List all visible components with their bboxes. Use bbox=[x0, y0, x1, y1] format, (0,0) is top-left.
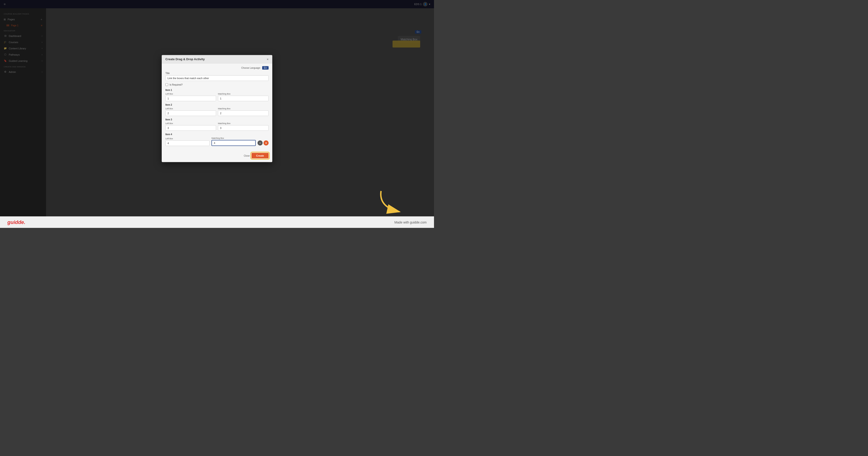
item4-left-label: Left Box bbox=[165, 138, 210, 140]
title-label: Title bbox=[165, 72, 269, 75]
title-input[interactable] bbox=[165, 76, 269, 81]
item3-left-col: Left Box bbox=[165, 122, 216, 131]
create-drag-drop-modal: Create Drag & Drop Activity × Choose Lan… bbox=[162, 55, 272, 162]
item2-left-label: Left Box bbox=[165, 108, 216, 110]
item3-label: Item 3 bbox=[165, 118, 269, 121]
language-badge[interactable]: En bbox=[262, 66, 269, 70]
close-button[interactable]: Close bbox=[244, 154, 250, 157]
required-row: Is Required? bbox=[165, 83, 269, 86]
item2-left-col: Left Box bbox=[165, 108, 216, 116]
item2-label: Item 2 bbox=[165, 104, 269, 106]
item4-right-col: Matching Box bbox=[212, 137, 256, 146]
title-field-group: Title bbox=[165, 72, 269, 81]
modal-title: Create Drag & Drop Activity bbox=[165, 57, 205, 61]
remove-item-button[interactable]: − bbox=[257, 140, 262, 146]
item3-right-col: Matching Box bbox=[218, 122, 269, 131]
item3-right-label: Matching Box bbox=[218, 122, 269, 124]
item4-section: Item 4 Left Box Matching Box − + bbox=[165, 133, 269, 146]
item2-section: Item 2 Left Box Matching Box bbox=[165, 104, 269, 116]
item3-right-input[interactable] bbox=[218, 125, 269, 131]
item1-right-col: Matching Box bbox=[218, 93, 269, 101]
add-item-button[interactable]: + bbox=[264, 140, 269, 146]
create-button[interactable]: Create bbox=[252, 153, 269, 159]
item4-right-input[interactable] bbox=[212, 140, 256, 146]
guidde-logo: guidde. bbox=[7, 219, 25, 225]
item1-row: Left Box Matching Box bbox=[165, 93, 269, 101]
item4-left-input[interactable] bbox=[165, 140, 210, 146]
item1-left-input[interactable] bbox=[165, 96, 216, 101]
item2-left-input[interactable] bbox=[165, 111, 216, 116]
item3-left-input[interactable] bbox=[165, 125, 216, 131]
item2-right-input[interactable] bbox=[218, 111, 269, 116]
modal-footer: Close Create bbox=[162, 151, 272, 159]
item4-right-label: Matching Box bbox=[212, 137, 256, 139]
item3-row: Left Box Matching Box bbox=[165, 122, 269, 131]
item1-left-col: Left Box bbox=[165, 93, 216, 101]
item2-row: Left Box Matching Box bbox=[165, 108, 269, 116]
item-controls: − + bbox=[257, 140, 269, 146]
item1-section: Item 1 Left Box Matching Box bbox=[165, 89, 269, 101]
close-icon[interactable]: × bbox=[267, 57, 269, 61]
bottom-bar: guidde. Made with guidde.com bbox=[0, 216, 434, 228]
item1-left-label: Left Box bbox=[165, 93, 216, 95]
item3-section: Item 3 Left Box Matching Box bbox=[165, 118, 269, 131]
item1-label: Item 1 bbox=[165, 89, 269, 91]
item4-label: Item 4 bbox=[165, 133, 269, 136]
item1-right-input[interactable] bbox=[218, 96, 269, 101]
modal-header: Create Drag & Drop Activity × bbox=[162, 55, 272, 63]
required-checkbox[interactable] bbox=[165, 83, 168, 86]
required-label: Is Required? bbox=[169, 83, 183, 86]
item4-left-col: Left Box bbox=[165, 138, 210, 146]
made-with-label: Made with guidde.com bbox=[394, 221, 427, 224]
language-row: Choose Language: En bbox=[165, 66, 269, 70]
item3-left-label: Left Box bbox=[165, 122, 216, 124]
modal-body: Choose Language: En Title Is Required? I… bbox=[162, 63, 272, 151]
item4-row: Left Box Matching Box − + bbox=[165, 137, 269, 146]
item2-right-col: Matching Box bbox=[218, 108, 269, 116]
item1-right-label: Matching Box bbox=[218, 93, 269, 95]
item2-right-label: Matching Box bbox=[218, 108, 269, 110]
lang-label: Choose Language: bbox=[241, 67, 261, 69]
